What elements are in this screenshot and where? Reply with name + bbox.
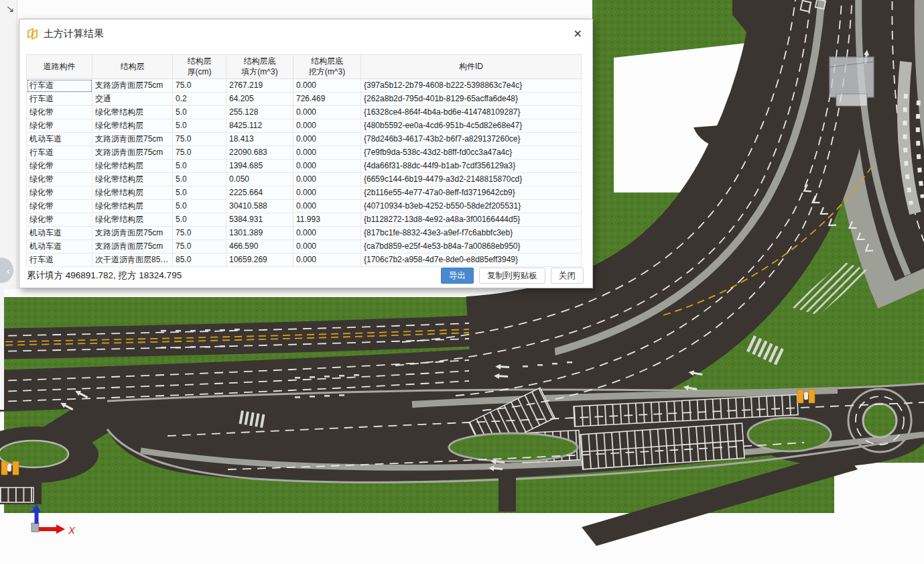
table-cell[interactable]: 支路沥青面层75cm <box>92 79 173 93</box>
table-cell[interactable]: 机动车道 <box>27 240 92 253</box>
table-cell[interactable]: 0.000 <box>293 133 361 146</box>
table-cell[interactable]: {b1128272-13d8-4e92-a48a-3f00166444d5} <box>361 213 582 227</box>
table-cell[interactable]: 30410.588 <box>226 200 293 213</box>
col-header-component[interactable]: 道路构件 <box>27 55 92 79</box>
table-cell[interactable]: 0.000 <box>293 227 361 240</box>
table-cell[interactable]: {397a5b12-2b79-4608-b222-5398863c7e4c} <box>361 79 582 93</box>
table-cell[interactable]: 8425.112 <box>226 119 293 133</box>
table-cell[interactable]: 绿化带结构层 <box>92 160 173 173</box>
table-cell[interactable]: {78d246b3-4617-43b2-b6f7-a829137260ce} <box>361 133 582 146</box>
table-row[interactable]: 绿化带绿化带结构层5.030410.5880.000{40710934-b3eb… <box>27 200 582 213</box>
table-cell[interactable]: 绿化带结构层 <box>92 119 173 133</box>
table-cell[interactable]: 5.0 <box>173 213 226 227</box>
table-row[interactable]: 绿化带绿化带结构层5.0255.1280.000{16328ce4-864f-4… <box>27 106 582 119</box>
table-cell[interactable]: {7e9fb9da-538c-43d2-b8ff-fd0cc3a47a4c} <box>361 146 582 160</box>
table-cell[interactable]: 0.000 <box>293 79 361 93</box>
table-cell[interactable]: 11.993 <box>293 213 361 227</box>
table-cell[interactable]: 交通 <box>92 93 173 106</box>
table-cell[interactable]: 机动车道 <box>27 133 92 146</box>
col-header-cut[interactable]: 结构层底 挖方(m^3) <box>293 55 361 79</box>
table-row[interactable]: 绿化带绿化带结构层5.00.0500.000{6659c144-6b19-447… <box>27 173 582 186</box>
table-row[interactable]: 绿化带绿化带结构层5.08425.1120.000{480b5592-ee0a-… <box>27 119 582 133</box>
table-row[interactable]: 行车道支路沥青面层75cm75.022090.6830.000{7e9fb9da… <box>27 146 582 160</box>
table-cell[interactable]: 绿化带 <box>27 119 92 133</box>
table-cell[interactable]: 0.050 <box>226 173 293 186</box>
table-cell[interactable]: {817bc1fe-8832-43e3-a9ef-f7c6abbfc3eb} <box>361 227 582 240</box>
table-cell[interactable]: 绿化带 <box>27 173 92 186</box>
table-row[interactable]: 绿化带绿化带结构层5.01394.6850.000{4da66f31-88dc-… <box>27 160 582 173</box>
table-cell[interactable]: 0.2 <box>173 93 226 106</box>
table-row[interactable]: 行车道支路沥青面层75cm75.02767.2190.000{397a5b12-… <box>27 79 582 93</box>
col-header-thickness[interactable]: 结构层 厚(cm) <box>173 55 226 79</box>
table-cell[interactable]: 支路沥青面层75cm <box>92 146 173 160</box>
table-cell[interactable]: {2b116e55-4e77-47a0-8eff-fd3719642cb9} <box>361 186 582 200</box>
table-cell[interactable]: 75.0 <box>173 240 226 253</box>
table-cell[interactable]: 行车道 <box>27 93 92 106</box>
table-cell[interactable]: 绿化带 <box>27 200 92 213</box>
table-cell[interactable]: 5384.931 <box>226 213 293 227</box>
export-button[interactable]: 导出 <box>441 268 474 284</box>
table-cell[interactable]: 机动车道 <box>27 227 92 240</box>
table-cell[interactable]: 64.205 <box>226 93 293 106</box>
table-cell[interactable]: 5.0 <box>173 160 226 173</box>
table-cell[interactable]: 0.000 <box>293 186 361 200</box>
table-cell[interactable]: {480b5592-ee0a-4cd6-951b-4c5d82e68e47} <box>361 119 582 133</box>
table-cell[interactable]: 0.000 <box>293 173 361 186</box>
table-cell[interactable]: 绿化带 <box>27 106 92 119</box>
table-cell[interactable]: {4da66f31-88dc-44f9-b1ab-7cdf356129a3} <box>361 160 582 173</box>
table-cell[interactable]: 绿化带结构层 <box>92 106 173 119</box>
table-cell[interactable]: {40710934-b3eb-4252-b550-58de2f205531} <box>361 200 582 213</box>
table-cell[interactable]: {6659c144-6b19-4479-a3d2-2148815870cd} <box>361 173 582 186</box>
table-row[interactable]: 绿化带绿化带结构层5.02225.6640.000{2b116e55-4e77-… <box>27 186 582 200</box>
table-cell[interactable]: 5.0 <box>173 106 226 119</box>
table-cell[interactable]: 行车道 <box>27 79 92 93</box>
table-row[interactable]: 机动车道支路沥青面层75cm75.018.4130.000{78d246b3-4… <box>27 133 582 146</box>
close-icon[interactable]: ✕ <box>572 26 584 42</box>
table-cell[interactable]: 0.000 <box>293 200 361 213</box>
table-cell[interactable]: 5.0 <box>173 119 226 133</box>
table-cell[interactable]: 75.0 <box>173 227 226 240</box>
table-cell[interactable]: {262a8b2d-795d-401b-8129-65acffa6de48} <box>361 93 582 106</box>
table-cell[interactable]: 绿化带 <box>27 160 92 173</box>
table-cell[interactable]: 5.0 <box>173 200 226 213</box>
table-row[interactable]: 行车道交通0.264.205726.469{262a8b2d-795d-401b… <box>27 93 582 106</box>
table-cell[interactable]: 行车道 <box>27 146 92 160</box>
table-cell[interactable]: 绿化带结构层 <box>92 186 173 200</box>
table-cell[interactable]: 绿化带 <box>27 186 92 200</box>
table-cell[interactable]: {16328ce4-864f-4b4a-bd6e-414748109287} <box>361 106 582 119</box>
table-cell[interactable]: 支路沥青面层75cm <box>92 133 173 146</box>
table-cell[interactable]: 726.469 <box>293 93 361 106</box>
copy-to-clipboard-button[interactable]: 复制到剪贴板 <box>479 268 545 284</box>
col-header-id[interactable]: 构件ID <box>361 55 582 79</box>
table-cell[interactable]: 0.000 <box>293 106 361 119</box>
table-cell[interactable]: 2225.664 <box>226 186 293 200</box>
table-cell[interactable]: 0.000 <box>293 119 361 133</box>
col-header-layer[interactable]: 结构层 <box>92 55 173 79</box>
close-button[interactable]: 关闭 <box>551 268 584 284</box>
table-cell[interactable]: 0.000 <box>293 146 361 160</box>
table-cell[interactable]: {ca7bd859-e25f-4e53-b84a-7a00868eb950} <box>361 240 582 253</box>
table-cell[interactable]: 绿化带结构层 <box>92 200 173 213</box>
table-cell[interactable]: 支路沥青面层75cm <box>92 240 173 253</box>
table-cell[interactable]: 1301.389 <box>226 227 293 240</box>
table-row[interactable]: 机动车道支路沥青面层75cm75.01301.3890.000{817bc1fe… <box>27 227 582 240</box>
table-cell[interactable]: 1394.685 <box>226 160 293 173</box>
table-cell[interactable]: 绿化带结构层 <box>92 213 173 227</box>
table-cell[interactable]: 22090.683 <box>226 146 293 160</box>
table-cell[interactable]: 绿化带 <box>27 213 92 227</box>
table-cell[interactable]: 绿化带结构层 <box>92 173 173 186</box>
col-header-fill[interactable]: 结构层底 填方(m^3) <box>226 55 293 79</box>
table-cell[interactable]: 466.590 <box>226 240 293 253</box>
table-cell[interactable]: 75.0 <box>173 146 226 160</box>
table-cell[interactable]: 5.0 <box>173 173 226 186</box>
table-cell[interactable]: 支路沥青面层75cm <box>92 227 173 240</box>
table-row[interactable]: 绿化带绿化带结构层5.05384.93111.993{b1128272-13d8… <box>27 213 582 227</box>
table-cell[interactable]: 18.413 <box>226 133 293 146</box>
table-cell[interactable]: 5.0 <box>173 186 226 200</box>
table-cell[interactable]: 2767.219 <box>226 79 293 93</box>
table-cell[interactable]: 255.128 <box>226 106 293 119</box>
table-cell[interactable]: 0.000 <box>293 160 361 173</box>
table-cell[interactable]: 75.0 <box>173 133 226 146</box>
table-cell[interactable]: 0.000 <box>293 240 361 253</box>
table-row[interactable]: 机动车道支路沥青面层75cm75.0466.5900.000{ca7bd859-… <box>27 240 582 253</box>
